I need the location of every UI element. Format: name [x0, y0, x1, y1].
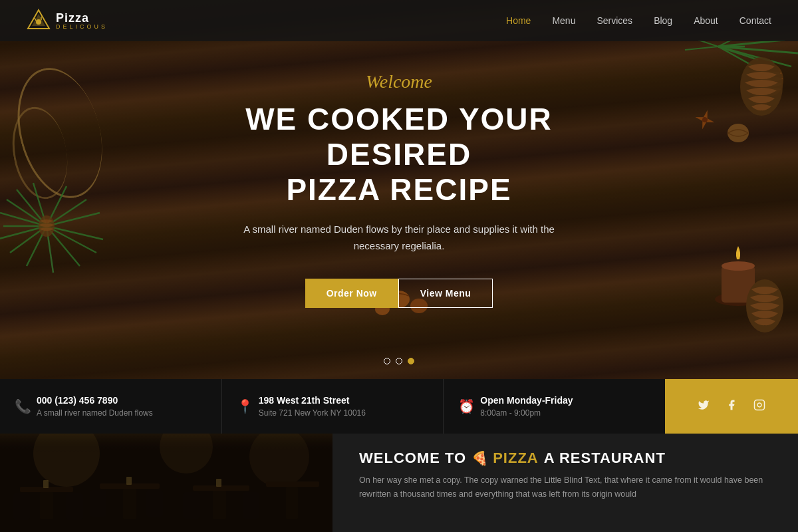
about-description: On her way she met a copy. The copy warn…: [359, 473, 771, 501]
clock-icon: ⏰: [458, 398, 475, 414]
slider-dot-3[interactable]: [408, 358, 414, 364]
logo-icon: [27, 9, 51, 33]
pizza-emoji-icon: 🍕: [471, 450, 489, 466]
instagram-icon[interactable]: [753, 399, 765, 414]
hours-sub: 8:00am - 9:00pm: [480, 408, 645, 418]
svg-rect-42: [755, 400, 765, 410]
welcome-text-section: WELCOME TO 🍕 PIZZA A RESTAURANT On her w…: [332, 434, 798, 532]
nav-link-blog[interactable]: Blog: [654, 15, 672, 26]
hero-buttons: Order Now View Menu: [180, 279, 618, 308]
brand-tagline: DELICOUS: [56, 24, 108, 30]
nav-item-home[interactable]: Home: [506, 15, 531, 27]
location-icon: 📍: [237, 398, 253, 414]
heading-brand-text: PIZZA: [493, 450, 539, 467]
hours-title: Open Monday-Friday: [480, 395, 645, 406]
hero-subtitle: A small river named Duden flows by their…: [239, 221, 559, 255]
hero-section: Welcome WE COOKED YOUR DESIRED PIZZA REC…: [0, 0, 798, 379]
phone-icon: 📞: [15, 398, 31, 414]
nav-link-menu[interactable]: Menu: [552, 15, 575, 26]
about-heading: WELCOME TO 🍕 PIZZA A RESTAURANT: [359, 450, 771, 467]
nav-link-home[interactable]: Home: [506, 15, 531, 26]
hero-title-line2: PIZZA RECIPE: [286, 172, 511, 207]
social-bar: [665, 379, 798, 434]
nav-link-services[interactable]: Services: [597, 15, 632, 26]
logo-text: Pizza DELICOUS: [56, 12, 108, 30]
info-hours: ⏰ Open Monday-Friday 8:00am - 9:00pm: [444, 379, 665, 434]
slider-dot-2[interactable]: [396, 358, 402, 364]
nav-item-blog[interactable]: Blog: [654, 15, 672, 27]
nav-item-services[interactable]: Services: [597, 15, 632, 27]
phone-number: 000 (123) 456 7890: [37, 395, 201, 406]
heading-suffix: A RESTAURANT: [544, 450, 666, 467]
hero-title: WE COOKED YOUR DESIRED PIZZA RECIPE: [180, 102, 618, 207]
nav-links: Home Menu Services Blog About Contact: [506, 15, 771, 27]
bottom-section: WELCOME TO 🍕 PIZZA A RESTAURANT On her w…: [0, 434, 798, 532]
restaurant-image: [0, 434, 332, 532]
nav-item-contact[interactable]: Contact: [739, 15, 771, 27]
info-phone: 📞 000 (123) 456 7890 A small river named…: [0, 379, 222, 434]
navbar: Pizza DELICOUS Home Menu Services Blog A…: [0, 0, 798, 41]
nav-link-contact[interactable]: Contact: [739, 15, 771, 26]
twitter-icon[interactable]: [698, 399, 710, 414]
view-menu-button[interactable]: View Menu: [398, 279, 493, 308]
slider-dots: [384, 358, 414, 364]
phone-sub: A small river named Duden flows: [37, 408, 201, 418]
hero-welcome: Welcome: [180, 71, 618, 92]
heading-brand: 🍕 PIZZA: [471, 450, 539, 467]
order-now-button[interactable]: Order Now: [305, 279, 398, 308]
address-title: 198 West 21th Street: [259, 395, 424, 406]
slider-dot-1[interactable]: [384, 358, 390, 364]
heading-prefix: WELCOME TO: [359, 450, 466, 467]
hero-content: Welcome WE COOKED YOUR DESIRED PIZZA REC…: [166, 71, 632, 308]
hero-title-line1: WE COOKED YOUR DESIRED: [245, 102, 553, 172]
restaurant-interior-svg: [0, 434, 332, 532]
nav-item-about[interactable]: About: [694, 15, 718, 27]
svg-line-3: [35, 18, 36, 21]
svg-rect-66: [0, 434, 332, 532]
facebook-icon[interactable]: [726, 399, 737, 414]
restaurant-img-sim: [0, 434, 332, 532]
logo[interactable]: Pizza DELICOUS: [27, 9, 108, 33]
svg-point-2: [36, 19, 41, 25]
info-address: 📍 198 West 21th Street Suite 721 New Yor…: [222, 379, 444, 434]
nav-link-about[interactable]: About: [694, 15, 718, 26]
address-sub: Suite 721 New York NY 10016: [259, 408, 424, 418]
brand-name: Pizza: [56, 12, 108, 24]
nav-item-menu[interactable]: Menu: [552, 15, 575, 27]
info-bar: 📞 000 (123) 456 7890 A small river named…: [0, 379, 798, 434]
